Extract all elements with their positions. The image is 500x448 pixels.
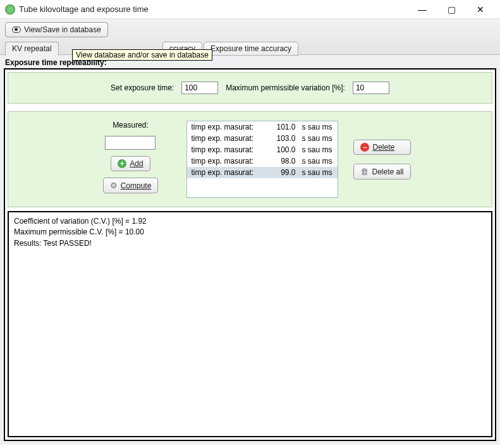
- close-button[interactable]: ✕: [466, 0, 495, 19]
- eye-icon: [12, 27, 21, 33]
- list-item[interactable]: timp exp. masurat: 100.0 s sau ms: [187, 144, 338, 155]
- add-button[interactable]: + Add: [111, 156, 150, 171]
- view-save-label: View/Save in database: [24, 25, 101, 34]
- compute-button[interactable]: ⚙ Compute: [103, 178, 159, 193]
- list-item[interactable]: timp exp. masurat: 98.0 s sau ms: [187, 155, 338, 167]
- result-line-1: Coefficient of variation (C.V.) [%] = 1.…: [14, 216, 486, 227]
- set-exposure-label: Set exposure time:: [111, 83, 174, 92]
- window-title: Tube kilovoltage and exposure time: [19, 4, 408, 14]
- list-item[interactable]: timp exp. masurat: 103.0 s sau ms: [187, 133, 338, 144]
- list-item[interactable]: timp exp. masurat: 101.0 s sau ms: [187, 121, 338, 133]
- title-bar: Tube kilovoltage and exposure time — ▢ ✕: [0, 0, 500, 19]
- gear-icon: ⚙: [110, 181, 118, 190]
- result-line-2: Maximum permissible C.V. [%] = 10.00: [14, 227, 486, 238]
- maximize-button[interactable]: ▢: [437, 0, 466, 19]
- measured-input[interactable]: [105, 136, 155, 150]
- result-line-3: Results: Test PASSED!: [14, 238, 486, 249]
- bin-icon: 🗑: [360, 167, 369, 176]
- main-panel: Set exposure time: Maximum permissible v…: [4, 68, 496, 441]
- measure-panel: Measured: + Add ⚙ Compute timp exp. masu…: [8, 111, 492, 207]
- delete-all-button[interactable]: 🗑 Delete all: [353, 164, 410, 179]
- max-variation-input[interactable]: [353, 82, 389, 94]
- delete-label: Delete: [372, 143, 394, 152]
- minimize-button[interactable]: —: [408, 0, 437, 19]
- toolbar: View/Save in database KV repeatal ccurac…: [0, 19, 500, 55]
- tab-kv-repeatability[interactable]: KV repeatal: [5, 42, 59, 56]
- app-icon: [5, 4, 15, 15]
- delete-icon: –: [360, 143, 369, 152]
- list-item[interactable]: timp exp. masurat: 99.0 s sau ms: [187, 167, 338, 178]
- view-save-button[interactable]: View/Save in database: [5, 22, 108, 37]
- set-exposure-input[interactable]: [181, 82, 218, 94]
- add-label: Add: [130, 159, 143, 168]
- results-box: Coefficient of variation (C.V.) [%] = 1.…: [8, 211, 492, 437]
- params-panel: Set exposure time: Maximum permissible v…: [8, 72, 492, 104]
- delete-button[interactable]: – Delete: [353, 140, 410, 155]
- compute-label: Compute: [121, 181, 152, 190]
- plus-icon: +: [118, 159, 126, 168]
- delete-all-label: Delete all: [372, 167, 403, 176]
- content: Exposure time repeteability: Set exposur…: [0, 55, 500, 445]
- tab-exposure-time-accuracy[interactable]: Exposure time accuracy: [204, 42, 298, 56]
- measurements-list[interactable]: timp exp. masurat: 101.0 s sau ms timp e…: [186, 121, 338, 198]
- measured-label: Measured:: [113, 121, 149, 130]
- tooltip: View database and/or save in database: [72, 49, 212, 61]
- max-variation-label: Maximum permissible variation [%]:: [226, 83, 345, 92]
